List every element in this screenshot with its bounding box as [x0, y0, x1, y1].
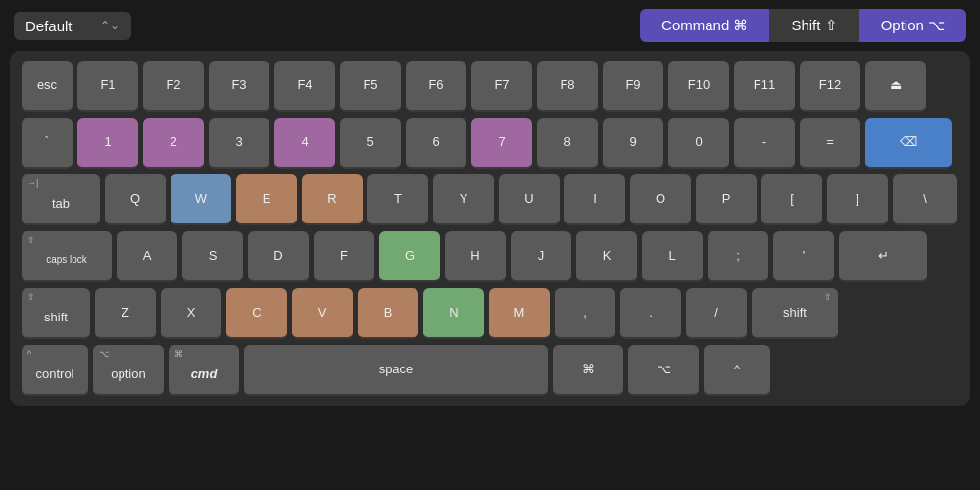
- key-f1[interactable]: F1: [77, 61, 138, 112]
- default-select[interactable]: Default ⌃⌄: [14, 12, 131, 40]
- top-bar: Default ⌃⌄ Command ⌘ Shift ⇧ Option ⌥: [0, 0, 980, 51]
- key-option-right[interactable]: ⌥: [628, 345, 699, 396]
- chevron-icon: ⌃⌄: [100, 19, 120, 32]
- shift-button[interactable]: Shift ⇧: [769, 9, 858, 42]
- key-control-right[interactable]: ^: [704, 345, 770, 396]
- row-zxcv: ⇧ shift Z X C V B N M , . / shift ⇧: [22, 288, 958, 339]
- key-comma[interactable]: ,: [555, 288, 615, 339]
- key-f11[interactable]: F11: [734, 61, 795, 112]
- key-f10[interactable]: F10: [668, 61, 729, 112]
- key-period[interactable]: .: [620, 288, 681, 339]
- key-capslock[interactable]: ⇧ caps lock: [22, 231, 112, 282]
- key-tab[interactable]: →| tab: [22, 174, 100, 225]
- key-c[interactable]: C: [226, 288, 287, 339]
- key-z[interactable]: Z: [95, 288, 156, 339]
- key-cmd-right[interactable]: ⌘: [553, 345, 623, 396]
- row-bottom: ^ control ⌥ option ⌘ cmd space ⌘ ⌥ ^: [22, 345, 958, 396]
- key-semicolon[interactable]: ;: [708, 231, 768, 282]
- row-qwerty: →| tab Q W E R T Y U I O P [ ] \: [22, 174, 958, 225]
- key-control-left[interactable]: ^ control: [22, 345, 88, 396]
- key-l[interactable]: L: [642, 231, 703, 282]
- key-eject[interactable]: ⏏: [865, 61, 926, 112]
- key-f7[interactable]: F7: [471, 61, 532, 112]
- key-g[interactable]: G: [379, 231, 440, 282]
- key-4[interactable]: 4: [274, 118, 335, 169]
- key-6[interactable]: 6: [406, 118, 466, 169]
- key-2[interactable]: 2: [143, 118, 204, 169]
- key-b[interactable]: B: [358, 288, 418, 339]
- key-f6[interactable]: F6: [406, 61, 466, 112]
- key-x[interactable]: X: [161, 288, 221, 339]
- key-h[interactable]: H: [445, 231, 506, 282]
- key-9[interactable]: 9: [603, 118, 663, 169]
- key-backslash[interactable]: \: [893, 174, 957, 225]
- key-rbracket[interactable]: ]: [827, 174, 888, 225]
- key-e[interactable]: E: [236, 174, 297, 225]
- key-r[interactable]: R: [302, 174, 363, 225]
- key-1[interactable]: 1: [77, 118, 138, 169]
- key-quote[interactable]: ': [773, 231, 834, 282]
- key-f8[interactable]: F8: [537, 61, 598, 112]
- modifier-buttons: Command ⌘ Shift ⇧ Option ⌥: [640, 9, 966, 42]
- key-backtick[interactable]: `: [22, 118, 73, 169]
- key-f9[interactable]: F9: [603, 61, 663, 112]
- key-a[interactable]: A: [117, 231, 177, 282]
- key-8[interactable]: 8: [537, 118, 598, 169]
- default-label: Default: [25, 18, 73, 34]
- key-i[interactable]: I: [564, 174, 625, 225]
- key-f12[interactable]: F12: [800, 61, 860, 112]
- key-0[interactable]: 0: [668, 118, 729, 169]
- key-f2[interactable]: F2: [143, 61, 204, 112]
- key-k[interactable]: K: [576, 231, 637, 282]
- key-enter[interactable]: ↵: [839, 231, 927, 282]
- key-q[interactable]: Q: [105, 174, 166, 225]
- key-d[interactable]: D: [248, 231, 309, 282]
- key-esc[interactable]: esc: [22, 61, 73, 112]
- key-option-left[interactable]: ⌥ option: [93, 345, 164, 396]
- key-u[interactable]: U: [499, 174, 560, 225]
- key-3[interactable]: 3: [209, 118, 270, 169]
- key-f[interactable]: F: [314, 231, 374, 282]
- key-o[interactable]: O: [630, 174, 691, 225]
- key-backspace[interactable]: ⌫: [865, 118, 952, 169]
- key-f3[interactable]: F3: [209, 61, 270, 112]
- key-n[interactable]: N: [423, 288, 484, 339]
- key-equals[interactable]: =: [800, 118, 860, 169]
- command-button[interactable]: Command ⌘: [640, 9, 769, 42]
- row-numbers: ` 1 2 3 4 5 6 7 8 9 0 - = ⌫: [22, 118, 958, 169]
- key-j[interactable]: J: [511, 231, 571, 282]
- key-t[interactable]: T: [368, 174, 428, 225]
- key-shift-right[interactable]: shift ⇧: [752, 288, 838, 339]
- key-cmd-left[interactable]: ⌘ cmd: [169, 345, 239, 396]
- key-shift-left[interactable]: ⇧ shift: [22, 288, 90, 339]
- key-y[interactable]: Y: [433, 174, 494, 225]
- key-lbracket[interactable]: [: [761, 174, 822, 225]
- key-f4[interactable]: F4: [274, 61, 335, 112]
- keyboard-area: esc F1 F2 F3 F4 F5 F6 F7 F8 F9 F10 F11 F…: [10, 51, 970, 406]
- row-asdf: ⇧ caps lock A S D F G H J K L ; ' ↵: [22, 231, 958, 282]
- option-button[interactable]: Option ⌥: [859, 9, 966, 42]
- row-function: esc F1 F2 F3 F4 F5 F6 F7 F8 F9 F10 F11 F…: [22, 61, 958, 112]
- key-7[interactable]: 7: [471, 118, 532, 169]
- key-5[interactable]: 5: [340, 118, 401, 169]
- key-space[interactable]: space: [244, 345, 548, 396]
- key-minus[interactable]: -: [734, 118, 795, 169]
- key-f5[interactable]: F5: [340, 61, 401, 112]
- key-v[interactable]: V: [292, 288, 353, 339]
- key-s[interactable]: S: [182, 231, 243, 282]
- key-w[interactable]: W: [171, 174, 231, 225]
- key-p[interactable]: P: [696, 174, 757, 225]
- key-slash[interactable]: /: [686, 288, 747, 339]
- key-m[interactable]: M: [489, 288, 550, 339]
